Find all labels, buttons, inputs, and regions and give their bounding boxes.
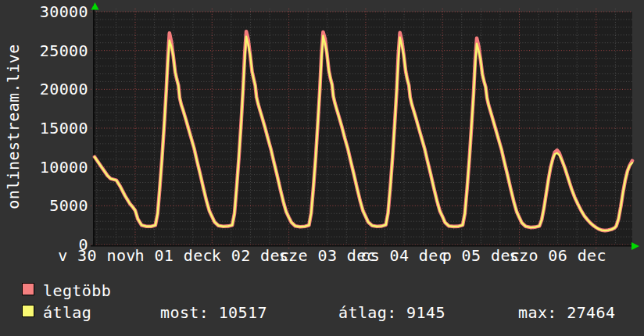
y-axis-arrow-icon: [91, 2, 99, 10]
y-axis-tick-label: 20000: [0, 81, 88, 97]
y-axis-tick-label: 25000: [0, 43, 88, 59]
stat-most: most: 10517: [160, 304, 267, 321]
stat-max: max: 27464: [518, 304, 615, 321]
rrd-graph: onlinestream.live 0500010000150002000025…: [0, 0, 644, 336]
y-axis-tick-label: 30000: [0, 4, 88, 20]
x-axis-tick-label: szo 06 dec: [488, 248, 628, 263]
stat-atlag: átlag: 9145: [338, 304, 445, 321]
x-axis-arrow-icon: [631, 242, 639, 250]
legend-swatch-legtobb: [22, 283, 34, 295]
y-axis-tick-label: 10000: [0, 159, 88, 175]
legend-label-atlag: átlag: [43, 304, 91, 321]
legend-swatch-atlag: [22, 305, 34, 317]
y-axis-tick-label: 15000: [0, 120, 88, 136]
y-axis-tick-label: 5000: [0, 198, 88, 213]
legend-label-legtobb: legtöbb: [43, 282, 111, 299]
